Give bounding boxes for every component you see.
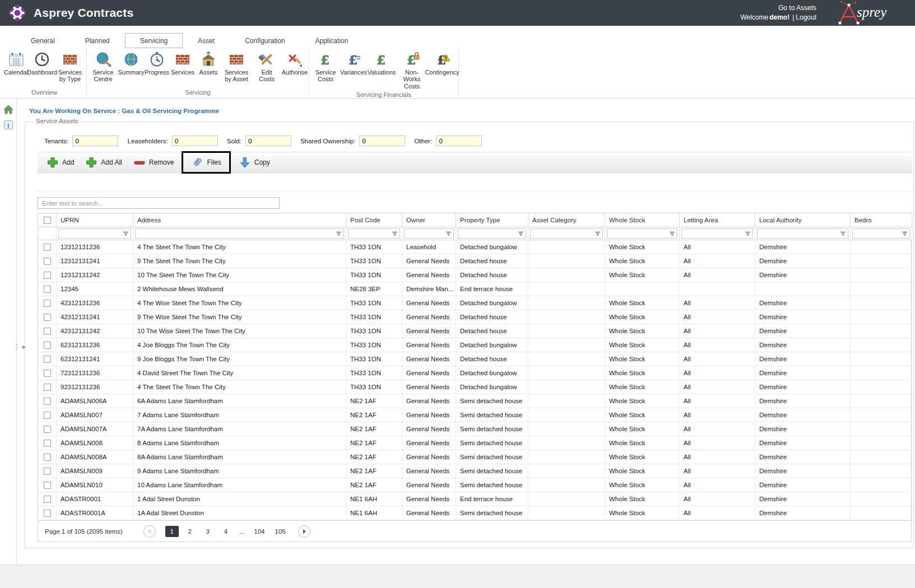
column-header-letting-area[interactable]: Letting Area bbox=[680, 213, 755, 227]
row-checkbox[interactable] bbox=[44, 272, 51, 279]
ribbon-button-services[interactable]: Services bbox=[170, 50, 196, 77]
table-row[interactable]: ADAMSLN0077 Adams Lane StamfordhamNE2 1A… bbox=[38, 408, 911, 422]
filter-icon[interactable] bbox=[517, 230, 524, 237]
home-icon[interactable] bbox=[3, 104, 14, 115]
count-input-leaseholders[interactable] bbox=[172, 136, 218, 146]
pager-page-105[interactable]: 105 bbox=[272, 526, 289, 537]
table-row[interactable]: 423121312364 The Wise Steet The Town The… bbox=[38, 296, 911, 310]
filter-icon[interactable] bbox=[391, 230, 398, 237]
tab-configuration[interactable]: Configuration bbox=[230, 33, 300, 48]
ribbon-button-authorise[interactable]: Authorise bbox=[282, 50, 308, 77]
row-checkbox[interactable] bbox=[44, 356, 51, 363]
table-row[interactable]: 623121312364 Joe Bloggs The Town The Cit… bbox=[38, 338, 911, 352]
column-header-bedro[interactable]: Bedro bbox=[851, 213, 912, 227]
row-checkbox[interactable] bbox=[44, 496, 51, 503]
row-checkbox[interactable] bbox=[44, 440, 51, 447]
tab-asset[interactable]: Asset bbox=[183, 33, 230, 48]
row-checkbox[interactable] bbox=[44, 510, 51, 517]
table-row[interactable]: 4231213124210 The Wise Steet The Town Th… bbox=[38, 324, 911, 338]
filter-icon[interactable] bbox=[901, 230, 908, 237]
table-row[interactable]: ADASTR0001A1A Adal Street DunstonNE1 6AH… bbox=[38, 506, 911, 520]
table-row[interactable]: 723121312364 David Street The Town The C… bbox=[38, 366, 911, 380]
filter-input-post-code[interactable] bbox=[350, 230, 391, 237]
files-button[interactable]: Files bbox=[185, 153, 226, 171]
filter-input-local-authority[interactable] bbox=[759, 230, 839, 237]
table-row[interactable]: ADAMSLN0099 Adams Lane StamfordhamNE2 1A… bbox=[38, 464, 911, 478]
column-header-owner[interactable]: Owner bbox=[402, 213, 456, 227]
column-header-address[interactable]: Address bbox=[133, 213, 346, 227]
ribbon-button-dashboard[interactable]: Dashboard bbox=[29, 50, 55, 77]
pager-page-1[interactable]: 1 bbox=[165, 526, 179, 537]
splitter-handle[interactable]: ⋮▸ bbox=[13, 343, 26, 351]
column-header-property-type[interactable]: Property Type bbox=[456, 213, 528, 227]
ribbon-button-contingency[interactable]: £Contingency bbox=[427, 50, 457, 77]
filter-input-property-type[interactable] bbox=[459, 230, 517, 237]
ribbon-button-edit-costs[interactable]: Edit Costs bbox=[252, 50, 282, 84]
column-header-post-code[interactable]: Post Code bbox=[346, 213, 402, 227]
filter-icon[interactable] bbox=[445, 230, 452, 237]
tab-application[interactable]: Application bbox=[300, 33, 364, 48]
table-row[interactable]: 623121312419 Joe Bloggs The Town The Cit… bbox=[38, 352, 911, 366]
count-input-shared-ownership[interactable] bbox=[359, 136, 405, 146]
search-input[interactable] bbox=[38, 197, 280, 209]
filter-input-uprn[interactable] bbox=[60, 230, 122, 237]
table-row[interactable]: 123121312364 The Steet The Town The City… bbox=[38, 240, 911, 254]
filter-icon[interactable] bbox=[839, 230, 847, 237]
ribbon-button-services-by-asset[interactable]: Services by Asset bbox=[221, 50, 252, 84]
ribbon-button-valuations[interactable]: £Valuations bbox=[366, 50, 397, 77]
count-input-tenants[interactable] bbox=[72, 136, 118, 146]
ribbon-button-progress[interactable]: Progress bbox=[144, 50, 170, 77]
pager-page-4[interactable]: 4 bbox=[219, 526, 233, 537]
column-header-asset-category[interactable]: Asset Category bbox=[528, 213, 605, 227]
filter-icon[interactable] bbox=[744, 230, 751, 237]
filter-icon[interactable] bbox=[335, 230, 342, 237]
column-header-local-authority[interactable]: Local Authority bbox=[755, 213, 851, 227]
row-checkbox[interactable] bbox=[44, 314, 51, 321]
table-row[interactable]: 123121312419 The Steet The Town The City… bbox=[38, 254, 911, 268]
ribbon-button-services-by-type[interactable]: Services by Type bbox=[55, 50, 85, 84]
table-row[interactable]: ADAMSLN006A6A Adams Lane StamfordhamNE2 … bbox=[38, 394, 911, 408]
table-row[interactable]: ADAMSLN01010 Adams Lane StamfordhamNE2 1… bbox=[38, 478, 911, 492]
row-checkbox[interactable] bbox=[44, 300, 51, 307]
column-header-whole-stock[interactable]: Whole Stock bbox=[605, 213, 680, 227]
table-row[interactable]: 923121312364 The Steet The Town The City… bbox=[38, 380, 911, 394]
row-checkbox[interactable] bbox=[44, 412, 51, 419]
ribbon-button-assets[interactable]: Assets bbox=[196, 50, 221, 77]
table-row[interactable]: 423121312419 The Wise Steet The Town The… bbox=[38, 310, 911, 324]
filter-input-asset-category[interactable] bbox=[532, 230, 594, 237]
tab-general[interactable]: General bbox=[16, 33, 70, 48]
filter-input-address[interactable] bbox=[137, 230, 335, 237]
table-row[interactable]: ADAMSLN0088 Adams Lane StamfordhamNE2 1A… bbox=[38, 436, 911, 450]
tab-servicing[interactable]: Servicing bbox=[125, 33, 183, 48]
row-checkbox[interactable] bbox=[44, 244, 51, 251]
add-button[interactable]: Add bbox=[41, 153, 80, 171]
row-checkbox[interactable] bbox=[44, 454, 51, 461]
ribbon-button-variances[interactable]: £Variances bbox=[341, 50, 366, 77]
ribbon-button-non-works-costs[interactable]: £Non-Works Costs bbox=[397, 50, 427, 91]
filter-input-letting-area[interactable] bbox=[683, 230, 744, 237]
filter-icon[interactable] bbox=[668, 230, 676, 237]
copy-button[interactable]: Copy bbox=[233, 153, 276, 171]
table-row[interactable]: ADAMSLN008A8A Adams Lane StamfordhamNE2 … bbox=[38, 450, 911, 464]
filter-input-whole-stock[interactable] bbox=[609, 230, 668, 237]
remove-button[interactable]: Remove bbox=[128, 153, 180, 171]
go-to-assets-link[interactable]: Go to Assets bbox=[740, 3, 816, 13]
ribbon-button-calendar[interactable]: Calendar bbox=[3, 50, 29, 77]
ribbon-button-service-costs[interactable]: £Service Costs bbox=[310, 50, 341, 84]
count-input-other[interactable] bbox=[436, 136, 482, 146]
filter-icon[interactable] bbox=[122, 230, 129, 237]
select-all-checkbox[interactable] bbox=[44, 217, 51, 224]
add-all-button[interactable]: Add All bbox=[80, 153, 127, 171]
ribbon-button-summary[interactable]: Summary bbox=[118, 50, 144, 77]
row-checkbox[interactable] bbox=[44, 398, 51, 405]
tab-planned[interactable]: Planned bbox=[70, 33, 125, 48]
row-checkbox[interactable] bbox=[44, 426, 51, 433]
pager-next-button[interactable] bbox=[298, 525, 310, 538]
row-checkbox[interactable] bbox=[44, 286, 51, 293]
pager-prev-button[interactable] bbox=[143, 525, 156, 538]
table-row[interactable]: 1231213124210 The Steet The Town The Cit… bbox=[38, 268, 911, 282]
filter-icon[interactable] bbox=[594, 230, 601, 237]
row-checkbox[interactable] bbox=[44, 370, 51, 377]
column-header-uprn[interactable]: UPRN bbox=[57, 213, 133, 227]
info-icon[interactable]: i bbox=[3, 119, 14, 130]
